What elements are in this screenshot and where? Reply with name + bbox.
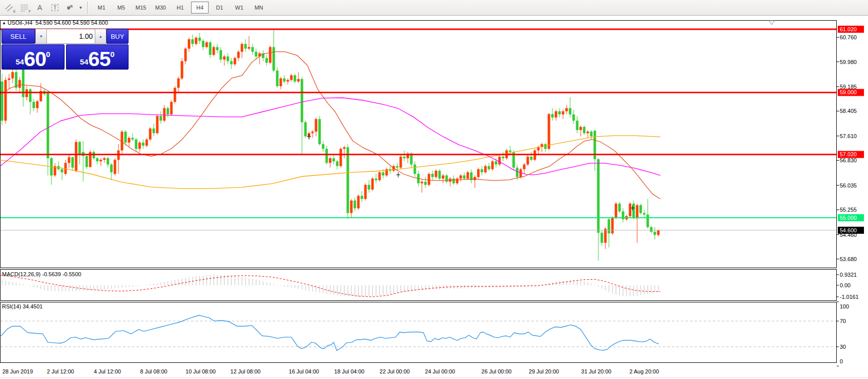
rsi-indicator-label: RSI(14) 34.4501 <box>2 303 43 309</box>
svg-text:61.020: 61.020 <box>840 26 857 32</box>
buy-price-whole: 54 <box>80 57 88 66</box>
ma-fast <box>0 52 660 199</box>
icon-letter-f: F <box>29 10 31 13</box>
svg-text:24 Jul 00:00: 24 Jul 00:00 <box>425 368 455 374</box>
svg-text:30: 30 <box>840 344 846 350</box>
svg-text:4 Jul 12:00: 4 Jul 12:00 <box>94 368 121 374</box>
svg-text:18 Jul 04:00: 18 Jul 04:00 <box>334 368 364 374</box>
tab-timeframe-h1[interactable]: H1 <box>171 2 189 14</box>
arrow-tools-dropdown[interactable]: ▼ <box>78 2 84 14</box>
volume-input[interactable] <box>47 29 95 44</box>
ma-fast <box>0 52 660 199</box>
svg-text:26 Jul 00:00: 26 Jul 00:00 <box>481 368 512 374</box>
text-label-icon: A <box>37 4 42 12</box>
svg-text:55.000: 55.000 <box>840 215 857 221</box>
svg-text:8 Jul 08:00: 8 Jul 08:00 <box>140 368 167 374</box>
macd-panel <box>0 275 660 297</box>
sell-button[interactable]: SELL <box>2 29 35 44</box>
buy-price-panel[interactable]: 54650 <box>66 44 129 70</box>
sell-price-whole: 54 <box>16 57 24 66</box>
svg-text:57.610: 57.610 <box>840 133 857 139</box>
svg-text:0: 0 <box>840 358 843 364</box>
chevron-up-icon: ▲ <box>99 34 103 39</box>
macd-indicator-label: MACD(12,26,9) -0.5639 -0.5500 <box>2 271 81 277</box>
svg-text:10 Jul 08:00: 10 Jul 08:00 <box>185 368 216 374</box>
tab-timeframe-m1[interactable]: M1 <box>93 2 110 14</box>
sell-price-panel[interactable]: 54600 <box>2 44 65 70</box>
svg-text:59.185: 59.185 <box>840 84 857 90</box>
fibonacci-tool-button[interactable]: F <box>18 2 31 14</box>
tab-timeframe-w1[interactable]: W1 <box>230 2 248 14</box>
volume-decrease-button[interactable]: ▼ <box>35 29 47 44</box>
equidistant-channel-tool-button[interactable]: E <box>3 2 16 14</box>
svg-text:100: 100 <box>840 303 849 309</box>
chart-title-quotes: 54.590 54.600 54.590 54.600 <box>36 20 108 26</box>
tab-timeframe-m30[interactable]: M30 <box>152 2 169 14</box>
tab-timeframe-m5[interactable]: M5 <box>112 2 130 14</box>
fibonacci-icon <box>20 4 29 12</box>
svg-text:53.680: 53.680 <box>840 256 857 262</box>
text-box-icon: T <box>51 4 59 11</box>
svg-text:16 Jul 04:00: 16 Jul 04:00 <box>289 368 319 374</box>
text-box-tool-button[interactable]: T <box>48 2 61 14</box>
chart-title: ▲USOil-,H4 54.590 54.600 54.590 54.600 <box>2 20 108 26</box>
svg-text:54.600: 54.600 <box>840 227 857 233</box>
chart-canvas[interactable]: 60.76059.98059.18558.40557.61056.83056.0… <box>0 0 868 379</box>
arrows-icon <box>66 4 74 12</box>
arrow-objects-button[interactable] <box>64 2 77 14</box>
tab-timeframe-mn[interactable]: MN <box>250 2 268 14</box>
icon-letter-e: E <box>13 10 16 13</box>
panel-borders <box>1 21 837 363</box>
buy-price-pips: 65 <box>88 50 110 69</box>
trading-platform-window: 60.76059.98059.18558.40557.61056.83056.0… <box>0 0 868 379</box>
svg-text:55.255: 55.255 <box>840 207 857 213</box>
equidistant-channel-icon <box>5 4 14 12</box>
svg-text:0.9321: 0.9321 <box>840 272 857 278</box>
chevron-down-icon: ▼ <box>39 34 43 39</box>
tab-timeframe-d1[interactable]: D1 <box>211 2 228 14</box>
one-click-trade-panel: SELL ▼ ▲ BUY 54600 54650 <box>2 29 129 70</box>
svg-text:59.000: 59.000 <box>840 89 857 95</box>
collapse-arrow-icon[interactable]: ▲ <box>2 21 6 25</box>
sell-price-point: 0 <box>46 50 50 58</box>
svg-text:2 Jul 12:00: 2 Jul 12:00 <box>47 368 74 374</box>
svg-text:12 Jul 08:00: 12 Jul 08:00 <box>230 368 261 374</box>
tab-timeframe-h4[interactable]: H4 <box>191 2 209 14</box>
svg-text:56.830: 56.830 <box>840 157 857 163</box>
toolbar-separator <box>87 2 88 14</box>
text-label-tool-button[interactable]: A <box>33 2 46 14</box>
sell-price-pips: 60 <box>24 50 46 69</box>
svg-text:28 Jun 2019: 28 Jun 2019 <box>3 368 33 374</box>
svg-text:29 Jul 20:00: 29 Jul 20:00 <box>529 368 559 374</box>
svg-text:56.035: 56.035 <box>840 182 857 188</box>
time-axis: 28 Jun 20192 Jul 12:004 Jul 12:008 Jul 0… <box>3 368 659 374</box>
svg-text:0.00: 0.00 <box>840 282 850 288</box>
svg-text:31 Jul 20:00: 31 Jul 20:00 <box>581 368 611 374</box>
shift-marker-icon <box>769 21 774 25</box>
rsi-panel <box>0 315 836 351</box>
svg-text:59.980: 59.980 <box>840 59 857 65</box>
svg-text:60.760: 60.760 <box>840 34 857 40</box>
svg-text:22 Jul 00:00: 22 Jul 00:00 <box>380 368 410 374</box>
svg-text:-1.0161: -1.0161 <box>840 294 858 300</box>
svg-text:70: 70 <box>840 318 846 324</box>
svg-text:58.405: 58.405 <box>840 108 857 114</box>
buy-price-point: 0 <box>110 50 114 58</box>
toolbar: E F A T ▼ M1 M5 M15 M <box>0 0 868 16</box>
buy-button[interactable]: BUY <box>106 29 129 44</box>
svg-text:2 Aug 20:00: 2 Aug 20:00 <box>630 368 659 374</box>
volume-increase-button[interactable]: ▲ <box>95 29 106 44</box>
tab-timeframe-m15[interactable]: M15 <box>132 2 150 14</box>
chart-title-symbol: USOil-,H4 <box>8 20 33 26</box>
price-axis: 60.76059.98059.18558.40557.61056.83056.0… <box>837 26 864 366</box>
svg-text:57.020: 57.020 <box>840 151 857 157</box>
